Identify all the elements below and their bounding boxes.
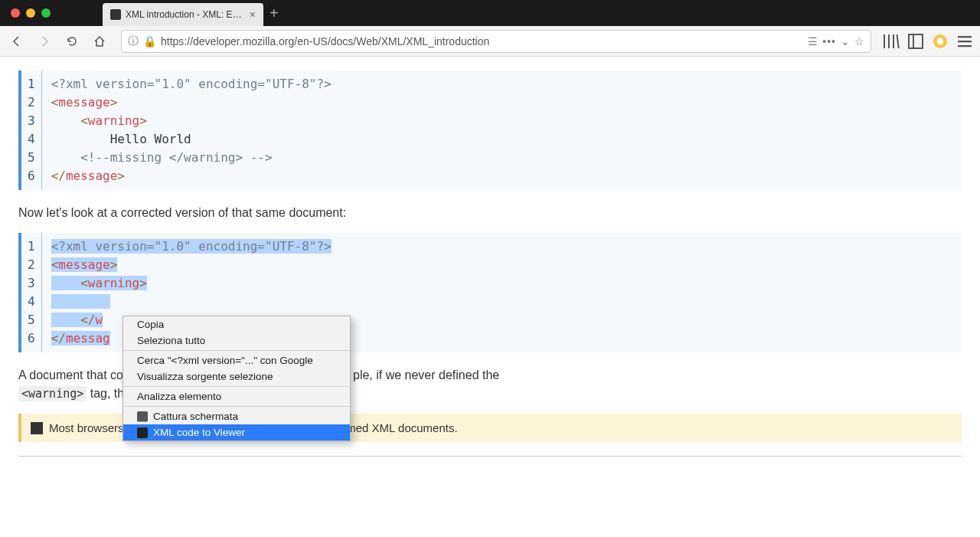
context-menu: Copia Seleziona tutto Cerca "<?xml versi…: [122, 316, 351, 441]
bookmark-star-icon[interactable]: ☆: [854, 35, 864, 47]
address-bar[interactable]: ⓘ 🔒 https://developer.mozilla.org/en-US/…: [121, 30, 871, 53]
reader-mode-icon[interactable]: ☰: [808, 35, 818, 47]
cm-separator: [123, 350, 350, 351]
xml-icon: [137, 427, 148, 438]
browser-tab[interactable]: XML introduction - XML: Extens ×: [103, 3, 263, 26]
tab-strip: XML introduction - XML: Extens × +: [103, 0, 285, 26]
cm-xml-viewer[interactable]: XML code to Viewer: [123, 424, 350, 440]
sidebar-icon[interactable]: [906, 32, 925, 51]
tab-title: XML introduction - XML: Extens: [126, 9, 245, 20]
reload-button[interactable]: [61, 31, 83, 52]
close-tab-icon[interactable]: ×: [250, 8, 256, 21]
scissors-icon: [137, 411, 148, 422]
window-titlebar: XML introduction - XML: Extens × +: [0, 0, 980, 26]
cm-select-all[interactable]: Seleziona tutto: [123, 332, 350, 349]
toolbar-right: [882, 32, 974, 51]
url-text: https://developer.mozilla.org/en-US/docs…: [161, 35, 803, 47]
tab-favicon: [110, 9, 121, 20]
cm-separator: [123, 386, 350, 387]
page-content: 1 2 3 4 5 6 <?xml version="1.0" encoding…: [0, 57, 980, 537]
line-numbers: 1 2 3 4 5 6: [21, 233, 42, 352]
svg-point-2: [937, 38, 944, 44]
home-button[interactable]: [89, 31, 110, 52]
extension-icon[interactable]: [931, 32, 949, 51]
cm-copy[interactable]: Copia: [123, 316, 350, 332]
window-controls: [6, 8, 51, 18]
separator: [18, 456, 962, 457]
maximize-window-button[interactable]: [41, 8, 51, 18]
menu-button[interactable]: [956, 32, 974, 51]
new-tab-button[interactable]: +: [263, 5, 285, 22]
page-actions-icon[interactable]: •••: [822, 35, 836, 47]
svg-rect-0: [909, 34, 923, 48]
cm-separator: [123, 406, 350, 407]
minimize-window-button[interactable]: [26, 8, 35, 18]
forward-button[interactable]: [34, 31, 55, 52]
lock-icon: 🔒: [143, 35, 156, 47]
note-icon: [31, 422, 43, 434]
code-content[interactable]: <?xml version="1.0" encoding="UTF-8"?> <…: [42, 70, 962, 190]
cm-inspect-element[interactable]: Analizza elemento: [123, 388, 350, 404]
browser-toolbar: ⓘ 🔒 https://developer.mozilla.org/en-US/…: [0, 26, 980, 57]
close-window-button[interactable]: [11, 8, 20, 18]
line-numbers: 1 2 3 4 5 6: [21, 70, 42, 190]
cm-view-source[interactable]: Visualizza sorgente selezione: [123, 368, 350, 385]
cm-search-google[interactable]: Cerca "<?xml version="..." con Google: [123, 352, 350, 368]
inline-code: <warning>: [18, 386, 87, 401]
cm-screenshot[interactable]: Cattura schermata: [123, 408, 350, 424]
paragraph-1: Now let's look at a corrected version of…: [18, 204, 962, 222]
code-block-1: 1 2 3 4 5 6 <?xml version="1.0" encoding…: [18, 70, 962, 190]
info-icon[interactable]: ⓘ: [128, 34, 139, 48]
library-icon[interactable]: [882, 32, 900, 51]
pocket-icon[interactable]: ⌄: [841, 35, 850, 47]
back-button[interactable]: [6, 31, 28, 52]
